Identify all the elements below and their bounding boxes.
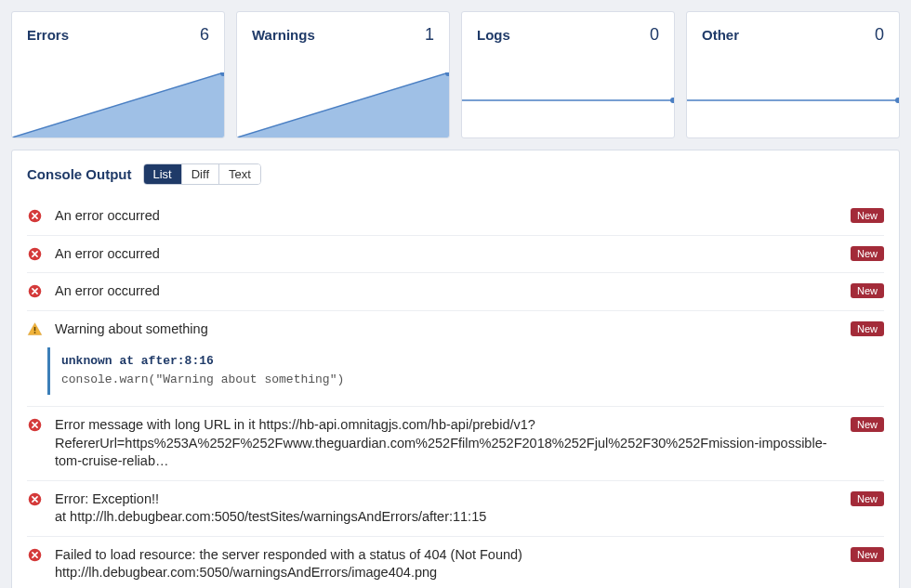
svg-rect-12 (34, 332, 36, 333)
status-badge: New (851, 246, 884, 261)
card-other-chart (687, 72, 899, 137)
stack-code: console.warn("Warning about something") (61, 372, 875, 389)
svg-rect-11 (34, 327, 36, 331)
row-message: An error occurred (55, 282, 839, 301)
list-item[interactable]: An error occurred New (27, 236, 884, 274)
stack-location: unknown at after:8:16 (61, 353, 875, 371)
card-errors-title: Errors (27, 27, 69, 43)
list-item[interactable]: Error message with long URL in it https:… (27, 407, 884, 481)
status-badge: New (851, 491, 884, 506)
svg-point-5 (670, 98, 674, 103)
card-warnings[interactable]: Warnings 1 (236, 11, 450, 138)
warning-icon (27, 321, 44, 337)
svg-point-7 (895, 98, 899, 103)
status-badge: New (851, 208, 884, 223)
card-warnings-title: Warnings (252, 27, 315, 43)
list-item[interactable]: An error occurred New (27, 273, 884, 311)
list-item[interactable]: Error: Exception!! at http://lh.debugbea… (27, 481, 884, 537)
tab-diff[interactable]: Diff (182, 164, 219, 184)
console-output-panel: Console Output List Diff Text An error o… (11, 150, 900, 588)
card-other-count: 0 (875, 25, 884, 45)
status-badge: New (851, 321, 884, 336)
console-list: An error occurred New An error occurred … (27, 198, 884, 588)
panel-title: Console Output (27, 166, 132, 182)
tab-text[interactable]: Text (219, 164, 260, 184)
card-logs[interactable]: Logs 0 (461, 11, 675, 138)
error-icon (27, 246, 44, 262)
row-message: Error: Exception!! at http://lh.debugbea… (55, 490, 839, 527)
card-logs-chart (462, 72, 674, 137)
card-errors-count: 6 (200, 25, 209, 45)
card-warnings-chart (237, 72, 449, 137)
card-errors-chart (12, 72, 224, 137)
card-logs-count: 0 (650, 25, 659, 45)
view-mode-toggle: List Diff Text (143, 163, 261, 185)
error-icon (27, 417, 44, 433)
row-message: Error message with long URL in it https:… (55, 416, 839, 471)
card-other[interactable]: Other 0 (686, 11, 900, 138)
status-badge: New (851, 283, 884, 298)
list-item[interactable]: An error occurred New (27, 198, 884, 236)
error-icon (27, 283, 44, 299)
card-errors[interactable]: Errors 6 (11, 11, 225, 138)
card-other-title: Other (702, 27, 739, 43)
summary-cards: Errors 6 Warnings 1 Logs 0 (0, 0, 911, 138)
row-message: Failed to load resource: the server resp… (55, 546, 839, 582)
list-item[interactable]: Failed to load resource: the server resp… (27, 537, 884, 588)
error-icon (27, 547, 44, 563)
status-badge: New (851, 417, 884, 432)
card-logs-title: Logs (477, 27, 510, 43)
tab-list[interactable]: List (144, 164, 182, 184)
status-badge: New (851, 547, 884, 562)
row-message: Warning about something (55, 320, 839, 339)
card-warnings-count: 1 (425, 25, 434, 45)
error-icon (27, 491, 44, 507)
stack-trace: unknown at after:8:16 console.warn("Warn… (47, 347, 884, 395)
error-icon (27, 208, 44, 224)
row-message: An error occurred (55, 245, 839, 264)
list-item[interactable]: Warning about something New unknown at a… (27, 311, 884, 407)
row-message: An error occurred (55, 207, 839, 226)
